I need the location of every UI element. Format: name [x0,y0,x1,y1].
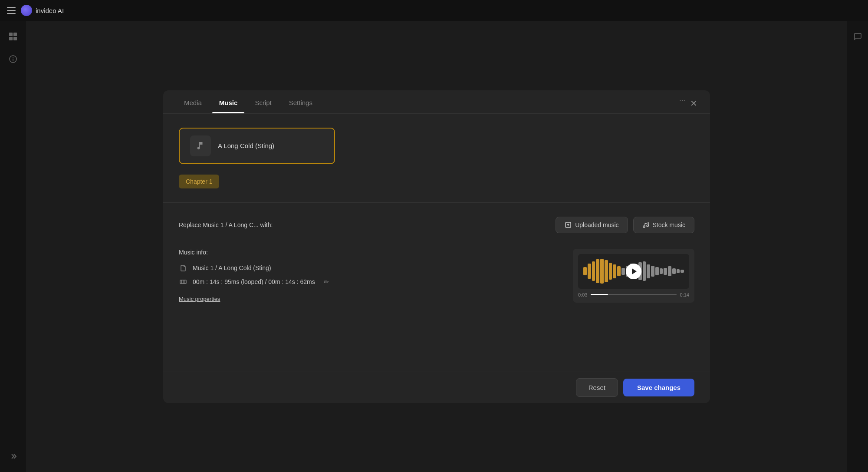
uploaded-music-button[interactable]: Uploaded music [556,217,628,233]
progress-bar-fill [591,294,608,295]
play-button[interactable] [626,264,641,279]
upload-icon [565,221,572,228]
svg-rect-0 [9,33,13,36]
bottom-bar: Reset Save changes [163,372,710,403]
music-info-title: Music info: [179,249,556,256]
current-time: 0:03 [578,292,587,297]
app-logo: invideo AI [21,5,64,16]
duration-row: 00m : 14s : 95ms (looped) / 00m : 14s : … [179,278,556,285]
waveform-bar [677,269,680,274]
waveform-bar [588,264,591,279]
duration-text: 00m : 14s : 95ms (looped) / 00m : 14s : … [193,278,315,285]
music-properties-link[interactable]: Music properties [179,296,220,302]
music-card[interactable]: A Long Cold (Sting) [179,128,335,164]
waveform-bar [651,266,654,277]
more-options-icon[interactable]: ··· [679,96,686,105]
tab-music[interactable]: Music [212,90,245,113]
tab-settings[interactable]: Settings [282,90,319,113]
replace-label: Replace Music 1 / A Long C... with: [179,221,273,228]
duration-icon [179,278,187,285]
waveform-bar [583,267,587,275]
progress-bar-track[interactable] [591,294,676,295]
chevrons-right-icon[interactable] [6,449,20,463]
reset-button[interactable]: Reset [576,378,618,397]
top-bar: invideo AI [0,0,868,21]
waveform-bar [609,263,612,279]
waveform-area [578,254,689,289]
waveform-bar [660,268,663,274]
grid-icon[interactable] [6,30,20,43]
music-library-icon [642,221,649,228]
uploaded-music-label: Uploaded music [575,221,618,228]
stock-music-label: Stock music [653,221,685,228]
waveform-bar [681,270,684,272]
file-icon [179,264,187,271]
section-divider [163,202,710,203]
tab-bar: Media Music Script Settings ··· ✕ [163,90,710,114]
right-sidebar [847,21,868,472]
waveform-bar [664,268,667,275]
svg-point-6 [13,57,13,58]
track-name-row: Music 1 / A Long Cold (Sting) [179,264,556,271]
waveform-bar [596,259,599,283]
waveform-bar [621,268,625,275]
waveform-bar [643,261,646,281]
waveform-player: 0:03 0:14 [573,249,694,303]
info-circle-icon[interactable] [6,52,20,66]
replace-buttons: Uploaded music Stock music [556,217,694,233]
chapter-badge[interactable]: Chapter 1 [179,175,219,188]
close-button[interactable]: ✕ [687,97,700,109]
app-title: invideo AI [36,7,64,14]
edit-duration-icon[interactable]: ✏ [324,278,329,285]
waveform-bar [647,264,650,278]
waveform-bar [613,264,616,278]
waveform-bar [605,260,608,282]
svg-rect-3 [13,37,17,40]
waveform-bar [668,266,671,276]
svg-rect-1 [13,33,17,36]
main-content: Media Music Script Settings ··· ✕ A Long… [26,21,847,472]
replace-section: Replace Music 1 / A Long C... with: Uplo… [179,217,694,233]
panel: Media Music Script Settings ··· ✕ A Long… [163,90,710,403]
stock-music-button[interactable]: Stock music [633,217,694,233]
waveform-bar [600,259,604,284]
tab-media[interactable]: Media [177,90,209,113]
music-card-title: A Long Cold (Sting) [218,142,274,149]
tab-script[interactable]: Script [248,90,278,113]
music-info-left: Music info: Music 1 / A Long Cold (Sting… [179,249,556,303]
chat-icon[interactable] [851,30,865,43]
total-time: 0:14 [680,292,689,297]
track-name-text: Music 1 / A Long Cold (Sting) [193,264,271,271]
music-info-section: Music info: Music 1 / A Long Cold (Sting… [179,249,694,303]
waveform-timeline: 0:03 0:14 [578,292,689,297]
music-note-icon [190,135,211,156]
app-logo-icon [21,5,32,16]
hamburger-icon[interactable] [7,7,16,14]
panel-body: A Long Cold (Sting) Chapter 1 Replace Mu… [163,114,710,317]
waveform-bar [617,266,621,276]
left-sidebar [0,21,26,472]
waveform-bar [672,268,676,274]
svg-rect-2 [9,37,13,40]
waveform-bar [655,267,659,275]
save-button[interactable]: Save changes [623,379,694,396]
waveform-bar [592,261,595,281]
